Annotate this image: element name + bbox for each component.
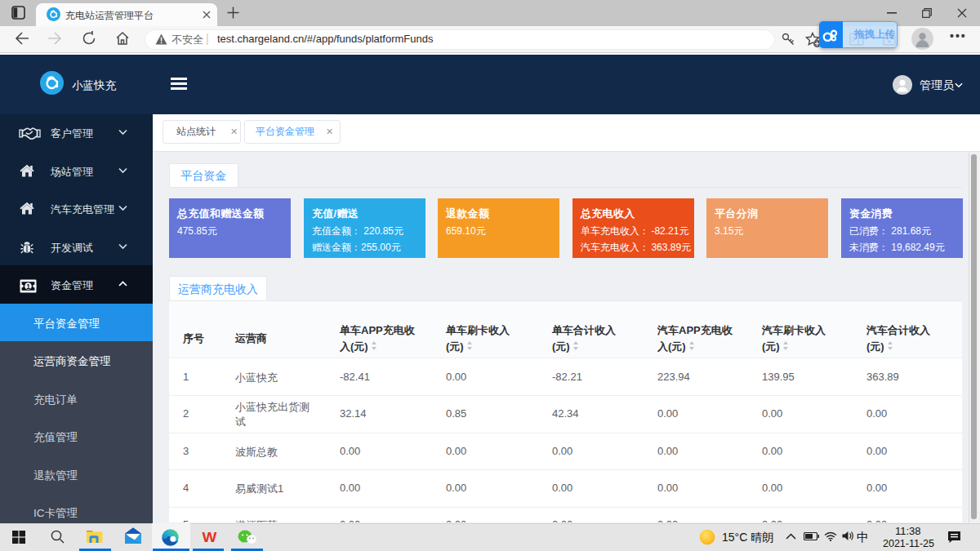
svg-text:1: 1 <box>26 282 30 291</box>
svg-text:W: W <box>203 531 217 544</box>
